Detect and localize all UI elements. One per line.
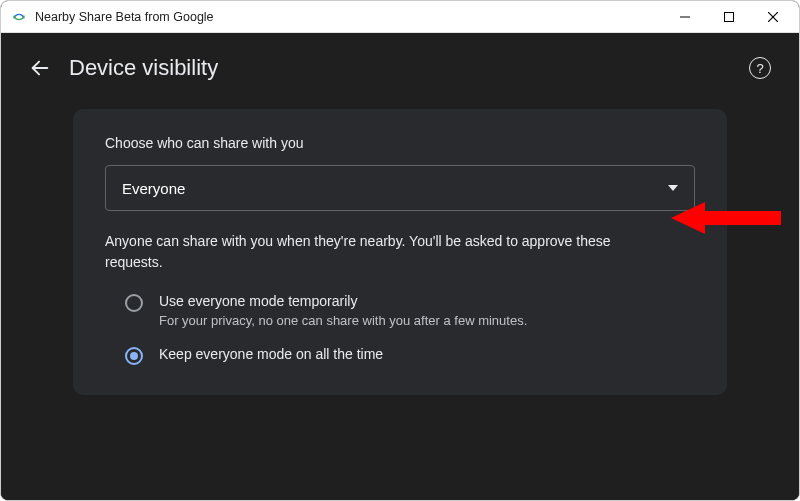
- radio-icon: [125, 347, 143, 365]
- radio-icon: [125, 294, 143, 312]
- minimize-button[interactable]: [663, 2, 707, 32]
- radio-texts: Keep everyone mode on all the time: [159, 346, 383, 362]
- maximize-button[interactable]: [707, 2, 751, 32]
- header-left: Device visibility: [29, 55, 218, 81]
- radio-texts: Use everyone mode temporarily For your p…: [159, 293, 527, 328]
- content-area: Device visibility ? Choose who can share…: [1, 33, 799, 500]
- radio-selected-dot: [130, 352, 138, 360]
- chevron-down-icon: [668, 185, 678, 191]
- radio-label: Use everyone mode temporarily: [159, 293, 527, 309]
- visibility-description: Anyone can share with you when they're n…: [105, 231, 665, 273]
- nearby-share-icon: [11, 9, 27, 25]
- window-controls: [663, 2, 795, 32]
- radio-group: Use everyone mode temporarily For your p…: [125, 293, 695, 365]
- help-button[interactable]: ?: [749, 57, 771, 79]
- close-button[interactable]: [751, 2, 795, 32]
- radio-label: Keep everyone mode on all the time: [159, 346, 383, 362]
- radio-sublabel: For your privacy, no one can share with …: [159, 313, 527, 328]
- visibility-dropdown[interactable]: Everyone: [105, 165, 695, 211]
- page-header: Device visibility ?: [29, 55, 771, 81]
- section-label: Choose who can share with you: [105, 135, 695, 151]
- app-window: Nearby Share Beta from Google: [0, 0, 800, 501]
- window-title: Nearby Share Beta from Google: [35, 10, 214, 24]
- page-title: Device visibility: [69, 55, 218, 81]
- titlebar: Nearby Share Beta from Google: [1, 1, 799, 33]
- back-button[interactable]: [29, 57, 51, 79]
- radio-temporary[interactable]: Use everyone mode temporarily For your p…: [125, 293, 695, 328]
- svg-rect-1: [725, 12, 734, 21]
- titlebar-left: Nearby Share Beta from Google: [11, 9, 214, 25]
- settings-card: Choose who can share with you Everyone A…: [73, 109, 727, 395]
- radio-always[interactable]: Keep everyone mode on all the time: [125, 346, 695, 365]
- dropdown-value: Everyone: [122, 180, 185, 197]
